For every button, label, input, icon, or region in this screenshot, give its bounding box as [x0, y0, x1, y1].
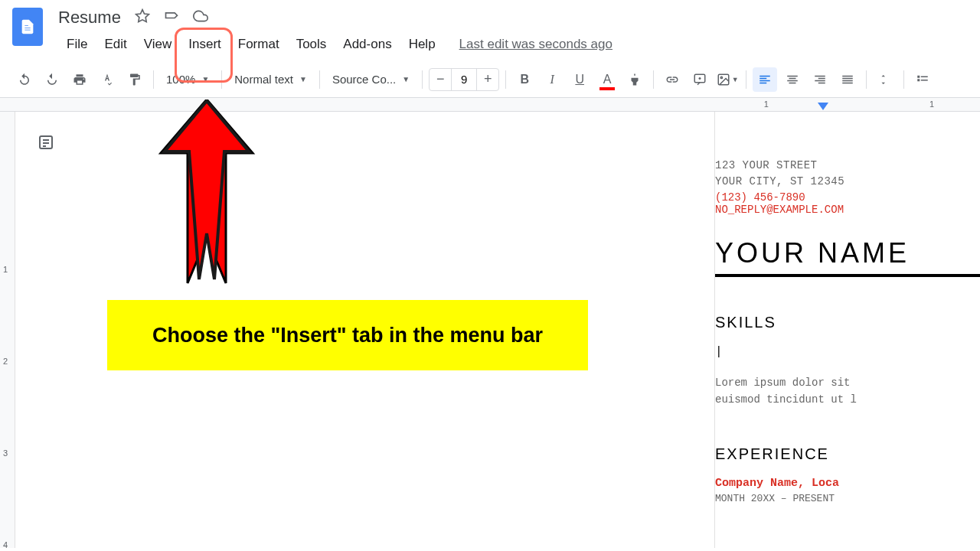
line-spacing-button[interactable]	[873, 67, 897, 92]
skills-heading: SKILLS	[715, 314, 980, 331]
align-justify-button[interactable]	[835, 67, 860, 92]
menu-file[interactable]: File	[58, 34, 96, 55]
resume-phone: (123) 456-7890	[715, 191, 980, 204]
toolbar: 100%▼ Normal text▼ Source Co...▼ − + B I…	[0, 61, 980, 98]
align-left-button[interactable]	[753, 67, 777, 92]
menu-help[interactable]: Help	[400, 34, 444, 55]
lorem-text: Lorem ipsum dolor sit euismod tincidunt …	[715, 374, 980, 409]
svg-point-3	[720, 77, 722, 78]
font-size-increase[interactable]: +	[477, 69, 498, 90]
experience-heading: EXPERIENCE	[715, 445, 980, 463]
ruler-mark: 1	[929, 99, 934, 109]
docs-logo[interactable]	[12, 8, 43, 46]
last-edit-link[interactable]: Last edit was seconds ago	[459, 37, 612, 52]
resume-email: NO_REPLY@EXAMPLE.COM	[715, 204, 980, 216]
ruler-mark: 1	[764, 99, 769, 109]
cloud-icon[interactable]	[193, 8, 208, 27]
font-select[interactable]: Source Co...▼	[326, 67, 416, 92]
menu-format[interactable]: Format	[230, 34, 288, 55]
font-size-decrease[interactable]: −	[430, 69, 451, 90]
vertical-ruler: 1 2 3 4	[0, 112, 15, 548]
name-underline	[715, 274, 980, 277]
highlight-button[interactable]	[622, 67, 647, 92]
redo-button[interactable]	[40, 67, 64, 92]
menu-insert[interactable]: Insert	[180, 34, 230, 55]
move-icon[interactable]	[164, 8, 179, 27]
horizontal-ruler: 1 1	[0, 98, 980, 112]
page-canvas-right[interactable]: 123 YOUR STREET YOUR CITY, ST 12345 (123…	[715, 112, 980, 548]
resume-name: YOUR NAME	[715, 237, 980, 269]
link-button[interactable]	[660, 67, 684, 92]
outline-icon[interactable]	[37, 133, 55, 155]
header: Resume File Edit View Insert Format Tool…	[0, 0, 980, 55]
underline-button[interactable]: U	[567, 67, 592, 92]
svg-marker-4	[818, 103, 828, 110]
undo-button[interactable]	[12, 67, 37, 92]
align-right-button[interactable]	[808, 67, 832, 92]
font-size-group: − +	[429, 68, 499, 91]
resume-street: 123 YOUR STREET	[715, 158, 980, 174]
star-icon[interactable]	[135, 8, 150, 27]
font-size-input[interactable]	[451, 69, 477, 90]
paint-format-button[interactable]	[122, 67, 147, 92]
italic-button[interactable]: I	[540, 67, 564, 92]
menu-addons[interactable]: Add-ons	[335, 34, 400, 55]
spellcheck-button[interactable]	[95, 67, 119, 92]
indent-marker-icon[interactable]	[818, 101, 828, 115]
align-center-button[interactable]	[780, 67, 805, 92]
svg-marker-0	[136, 10, 149, 22]
text-cursor: |	[715, 345, 980, 359]
callout-text: Choose the "Insert" tab in the menu bar	[152, 324, 543, 347]
print-button[interactable]	[67, 67, 92, 92]
menu-tools[interactable]: Tools	[288, 34, 335, 55]
menubar: File Edit View Insert Format Tools Add-o…	[58, 34, 968, 55]
checklist-button[interactable]	[910, 67, 935, 92]
image-button[interactable]: ▼	[715, 67, 740, 92]
style-select[interactable]: Normal text▼	[228, 67, 313, 92]
resume-city: YOUR CITY, ST 12345	[715, 174, 980, 190]
zoom-select[interactable]: 100%▼	[160, 67, 215, 92]
company-dates: MONTH 20XX – PRESENT	[715, 493, 980, 504]
callout-box: Choose the "Insert" tab in the menu bar	[107, 300, 588, 370]
company-name: Company Name, Loca	[715, 477, 980, 490]
text-color-button[interactable]: A	[595, 67, 619, 92]
document-title[interactable]: Resume	[58, 8, 121, 28]
menu-edit[interactable]: Edit	[96, 34, 135, 55]
bold-button[interactable]: B	[512, 67, 537, 92]
menu-view[interactable]: View	[136, 34, 181, 55]
comment-button[interactable]	[688, 67, 712, 92]
title-area: Resume File Edit View Insert Format Tool…	[58, 8, 968, 55]
